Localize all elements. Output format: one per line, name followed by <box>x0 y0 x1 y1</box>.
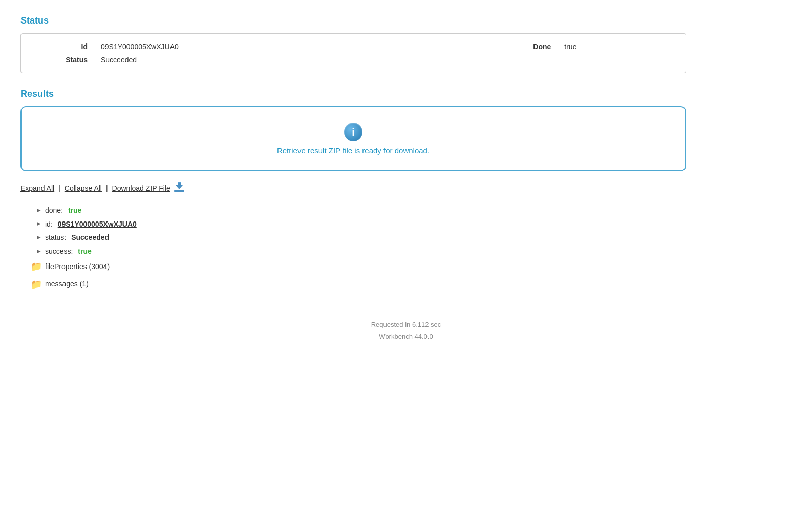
svg-rect-1 <box>174 190 184 192</box>
done-value: true <box>556 40 675 53</box>
tree-key-success: success: <box>45 245 75 258</box>
folder-label-messages: messages (1) <box>45 277 89 291</box>
tree-value-done: true <box>68 204 81 217</box>
action-links: Expand All | Collapse All | Download ZIP… <box>20 182 792 194</box>
separator-2: | <box>106 184 108 192</box>
tree-item-id: ► id: 09S1Y000005XwXJUA0 <box>36 217 792 231</box>
tree-folder-fileproperties[interactable]: 📁 fileProperties (3004) <box>31 258 792 275</box>
tree-item-done: ► done: true <box>36 204 792 217</box>
status-section: Status Id 09S1Y000005XwXJUA0 Done true S… <box>20 15 792 73</box>
download-icon[interactable] <box>173 182 185 194</box>
tree-key-done: done: <box>45 204 65 217</box>
footer: Requested in 6.112 sec Workbench 44.0.0 <box>20 319 792 343</box>
info-message: Retrieve result ZIP file is ready for do… <box>32 146 675 155</box>
tree-arrow-success[interactable]: ► <box>36 246 42 257</box>
results-section: Results i Retrieve result ZIP file is re… <box>20 88 792 171</box>
tree-item-success: ► success: true <box>36 245 792 258</box>
tree-key-status: status: <box>45 231 68 245</box>
results-title: Results <box>20 88 792 99</box>
tree-arrow-status[interactable]: ► <box>36 232 42 243</box>
tree-item-status: ► status: Succeeded <box>36 231 792 245</box>
tree-value-id[interactable]: 09S1Y000005XwXJUA0 <box>58 217 137 231</box>
id-value: 09S1Y000005XwXJUA0 <box>93 40 515 53</box>
status-value: Succeeded <box>93 53 515 66</box>
tree-arrow-id[interactable]: ► <box>36 218 42 230</box>
folder-icon-fileproperties: 📁 <box>31 258 42 275</box>
download-zip-link[interactable]: Download ZIP File <box>112 184 170 192</box>
tree-key-id: id: <box>45 217 55 231</box>
status-label: Status <box>31 53 93 66</box>
tree-value-status: Succeeded <box>71 231 109 245</box>
id-label: Id <box>31 40 93 53</box>
tree-value-success: true <box>78 245 91 258</box>
status-title: Status <box>20 15 792 26</box>
folder-icon-messages: 📁 <box>31 276 42 293</box>
svg-marker-3 <box>176 183 183 189</box>
tree-container: ► done: true ► id: 09S1Y000005XwXJUA0 ► … <box>26 204 792 293</box>
info-box: i Retrieve result ZIP file is ready for … <box>20 106 686 171</box>
expand-all-link[interactable]: Expand All <box>20 184 54 192</box>
collapse-all-link[interactable]: Collapse All <box>65 184 102 192</box>
tree-folder-messages[interactable]: 📁 messages (1) <box>31 276 792 293</box>
requested-text: Requested in 6.112 sec <box>20 319 792 330</box>
tree-arrow-done[interactable]: ► <box>36 205 42 216</box>
done-label: Done <box>515 40 556 53</box>
folder-label-fileproperties: fileProperties (3004) <box>45 260 110 274</box>
status-table: Id 09S1Y000005XwXJUA0 Done true Status S… <box>20 33 686 73</box>
separator-1: | <box>58 184 60 192</box>
info-icon: i <box>344 123 362 141</box>
version-text: Workbench 44.0.0 <box>20 330 792 342</box>
